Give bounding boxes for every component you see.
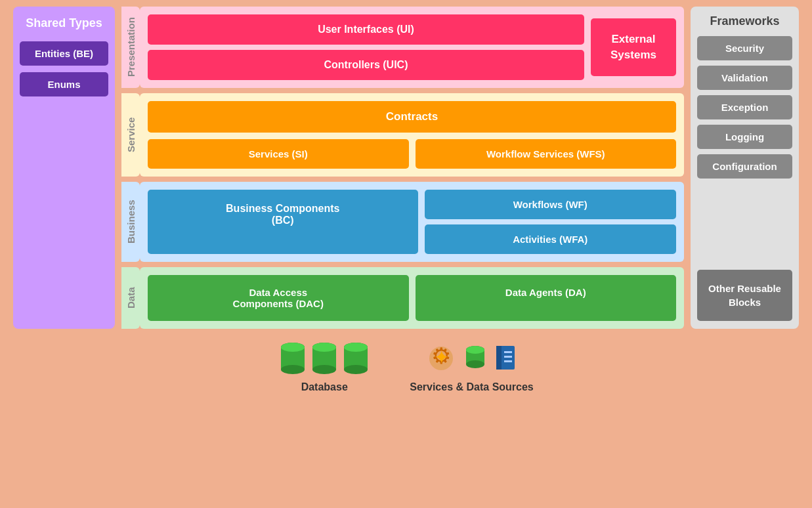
database-icons: [278, 341, 370, 376]
frameworks-column: Frameworks Security Validation Exception…: [691, 7, 799, 329]
main-diagram: Shared Types Entities (BE) Enums Present…: [13, 7, 799, 329]
bc-block: Business Components(BC): [148, 190, 418, 254]
services-icons: ⚙ ✦: [424, 341, 519, 376]
business-label: Business: [121, 182, 140, 262]
svg-rect-23: [504, 360, 512, 362]
cylinder-icon: [462, 341, 488, 376]
security-block: Security: [697, 36, 792, 60]
da-block: Data Agents (DA): [416, 275, 677, 321]
presentation-left: User Interfaces (UI) Controllers (UIC): [148, 14, 584, 80]
business-content: Business Components(BC) Workflows (WF) A…: [140, 182, 684, 262]
data-row: Data AccessComponents (DAC) Data Agents …: [148, 275, 676, 321]
ui-block: User Interfaces (UI): [148, 14, 584, 45]
validation-block: Validation: [697, 66, 792, 90]
shared-types-column: Shared Types Entities (BE) Enums: [13, 7, 115, 329]
svg-point-3: [281, 343, 305, 352]
presentation-row: User Interfaces (UI) Controllers (UIC) E…: [148, 14, 676, 80]
services-icon: ⚙ ✦: [424, 341, 458, 376]
shared-types-title: Shared Types: [26, 16, 102, 31]
data-layer: Data Data AccessComponents (DAC) Data Ag…: [121, 267, 684, 329]
controllers-block: Controllers (UIC): [148, 50, 584, 80]
service-content: Contracts Services (SI) Workflow Service…: [140, 93, 684, 177]
contracts-block: Contracts: [148, 101, 676, 133]
svg-point-18: [466, 346, 484, 354]
layers-column: Presentation User Interfaces (UI) Contro…: [121, 7, 684, 329]
document-icon: [492, 341, 519, 376]
database-label: Database: [301, 381, 348, 393]
svg-point-17: [466, 360, 484, 368]
diagram-wrapper: Shared Types Entities (BE) Enums Present…: [13, 7, 799, 393]
service-bottom-row: Services (SI) Workflow Services (WFS): [148, 139, 676, 169]
database-item: Database: [278, 341, 370, 393]
enums-block: Enums: [20, 72, 108, 96]
bottom-row: Database ⚙ ✦: [13, 341, 799, 393]
wfa-block: Activities (WFA): [425, 224, 677, 254]
presentation-content: User Interfaces (UI) Controllers (UIC) E…: [140, 7, 684, 88]
data-label: Data: [121, 267, 140, 329]
service-label: Service: [121, 93, 140, 177]
database-icon-3: [341, 341, 370, 376]
entities-be-block: Entities (BE): [20, 41, 108, 66]
other-reusable-block: Other ReusableBlocks: [697, 270, 792, 321]
presentation-label: Presentation: [121, 7, 140, 88]
frameworks-title: Frameworks: [710, 14, 779, 28]
exception-block: Exception: [697, 95, 792, 119]
service-layer: Service Contracts Services (SI) Workflow…: [121, 93, 684, 177]
wf-block: Workflows (WF): [425, 190, 677, 219]
svg-point-6: [312, 365, 336, 374]
services-si-block: Services (SI): [148, 139, 409, 169]
business-right: Workflows (WF) Activities (WFA): [425, 190, 677, 254]
services-data-sources-item: ⚙ ✦ Services &: [410, 341, 534, 393]
svg-point-2: [281, 365, 305, 374]
services-label: Services & Data Sources: [410, 381, 534, 393]
dac-block: Data AccessComponents (DAC): [148, 275, 409, 321]
database-icon-1: [278, 341, 307, 376]
svg-rect-22: [504, 356, 512, 358]
external-systems-block: ExternalSystems: [591, 18, 676, 76]
business-row: Business Components(BC) Workflows (WF) A…: [148, 190, 676, 254]
presentation-layer: Presentation User Interfaces (UI) Contro…: [121, 7, 684, 88]
svg-rect-21: [504, 351, 512, 353]
database-icon-2: [310, 341, 339, 376]
business-layer: Business Business Components(BC) Workflo…: [121, 182, 684, 262]
wfs-block: Workflow Services (WFS): [416, 139, 677, 169]
svg-text:✦: ✦: [434, 347, 449, 368]
svg-point-10: [344, 365, 368, 374]
svg-point-7: [312, 343, 336, 352]
data-content: Data AccessComponents (DAC) Data Agents …: [140, 267, 684, 329]
svg-rect-20: [496, 346, 502, 370]
logging-block: Logging: [697, 125, 792, 149]
shared-types-items: Entities (BE) Enums: [20, 41, 108, 96]
svg-point-11: [344, 343, 368, 352]
configuration-block: Configuration: [697, 154, 792, 179]
